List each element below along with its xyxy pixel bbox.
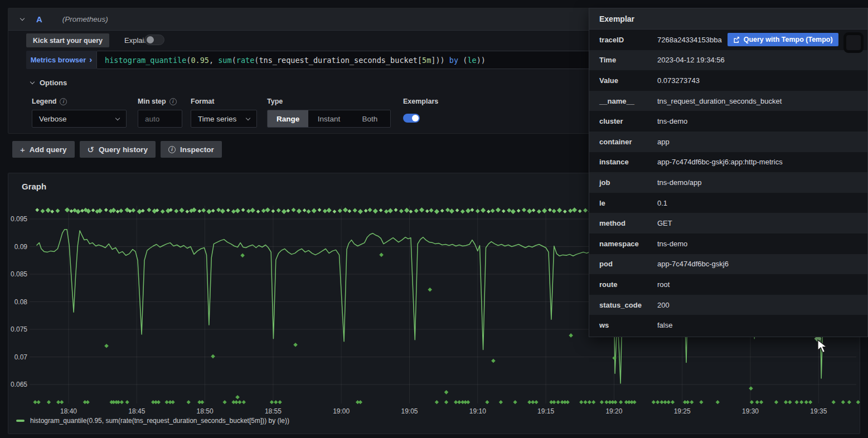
add-query-button[interactable]: + Add query — [12, 141, 75, 158]
exemplar-point[interactable] — [104, 344, 109, 348]
exemplar-point[interactable] — [216, 208, 221, 212]
exemplar-point[interactable] — [552, 209, 556, 213]
exemplar-point[interactable] — [197, 209, 201, 213]
exemplar-point[interactable] — [358, 400, 362, 404]
exemplar-point[interactable] — [434, 209, 439, 214]
exemplar-point[interactable] — [80, 209, 84, 213]
exemplar-point[interactable] — [699, 400, 703, 404]
exemplar-point[interactable] — [235, 395, 240, 400]
exemplar-point[interactable] — [240, 254, 245, 258]
exemplar-point[interactable] — [425, 209, 429, 213]
exemplar-point[interactable] — [485, 400, 489, 404]
exemplar-point[interactable] — [784, 400, 788, 404]
query-history-button[interactable]: ↺ Query history — [80, 141, 156, 158]
exemplar-point[interactable] — [671, 400, 675, 404]
exemplar-point[interactable] — [445, 208, 450, 212]
exemplar-point[interactable] — [537, 210, 541, 214]
kick-start-query-button[interactable]: Kick start your query — [26, 33, 109, 47]
exemplar-point[interactable] — [368, 208, 372, 212]
exemplar-point[interactable] — [278, 400, 282, 404]
exemplar-point[interactable] — [832, 400, 836, 404]
exemplar-point[interactable] — [583, 400, 587, 404]
exemplar-point[interactable] — [261, 208, 266, 213]
exemplar-point[interactable] — [795, 400, 799, 404]
exemplar-point[interactable] — [444, 390, 449, 395]
exemplar-point[interactable] — [47, 400, 51, 404]
exemplar-point[interactable] — [231, 210, 236, 214]
exemplar-point[interactable] — [774, 400, 778, 404]
exemplar-point[interactable] — [200, 400, 204, 404]
exemplar-point[interactable] — [460, 210, 465, 214]
exemplar-point[interactable] — [120, 400, 124, 404]
exemplar-point[interactable] — [491, 208, 495, 213]
exemplar-point[interactable] — [235, 208, 240, 213]
exemplar-point[interactable] — [297, 208, 302, 213]
exemplar-point[interactable] — [600, 400, 604, 404]
exemplar-point[interactable] — [185, 210, 189, 213]
exemplar-point[interactable] — [578, 209, 582, 213]
exemplar-point[interactable] — [60, 400, 64, 404]
exemplar-point[interactable] — [568, 208, 573, 213]
exemplar-point[interactable] — [388, 208, 393, 213]
query-with-tempo-button[interactable]: Query with Tempo (Tempo) — [728, 33, 838, 46]
exemplar-point[interactable] — [404, 208, 409, 213]
exemplar-point[interactable] — [569, 333, 573, 338]
exemplar-point[interactable] — [667, 400, 671, 404]
exemplar-point[interactable] — [444, 400, 448, 404]
exemplar-point[interactable] — [237, 400, 241, 404]
exemplar-point[interactable] — [841, 400, 845, 404]
legend-select[interactable]: Verbose — [32, 110, 127, 128]
exemplar-point[interactable] — [435, 400, 439, 404]
exemplar-point[interactable] — [373, 208, 378, 213]
exemplar-point[interactable] — [277, 208, 281, 212]
exemplar-point[interactable] — [137, 209, 142, 214]
exemplar-point[interactable] — [394, 208, 398, 212]
exemplar-point[interactable] — [312, 208, 317, 213]
exemplar-point[interactable] — [242, 400, 246, 404]
format-select[interactable]: Time series — [191, 110, 257, 128]
exemplar-point[interactable] — [552, 400, 556, 404]
exemplar-point[interactable] — [241, 208, 245, 212]
exemplar-point[interactable] — [563, 210, 567, 213]
exemplar-point[interactable] — [91, 208, 95, 212]
exemplar-point[interactable] — [303, 208, 307, 212]
exemplar-point[interactable] — [222, 400, 226, 404]
exemplar-point[interactable] — [652, 400, 656, 404]
exemplar-point[interactable] — [147, 208, 151, 212]
exemplar-point[interactable] — [749, 386, 753, 391]
exemplar-point[interactable] — [246, 209, 251, 213]
exemplar-point[interactable] — [65, 207, 70, 212]
exemplar-point[interactable] — [429, 208, 434, 212]
exemplar-point[interactable] — [364, 209, 368, 213]
exemplar-point[interactable] — [804, 400, 808, 404]
exemplar-point[interactable] — [69, 209, 73, 213]
exemplar-point[interactable] — [161, 210, 165, 214]
exemplar-point[interactable] — [306, 210, 311, 214]
exemplar-point[interactable] — [414, 208, 419, 213]
exemplar-point[interactable] — [690, 400, 694, 404]
exemplar-point[interactable] — [171, 400, 175, 404]
exemplar-point[interactable] — [591, 400, 595, 404]
exemplar-point[interactable] — [220, 208, 225, 213]
exemplar-point[interactable] — [527, 208, 532, 213]
exemplar-point[interactable] — [755, 400, 759, 404]
exemplar-point[interactable] — [502, 209, 506, 213]
exemplar-point[interactable] — [632, 400, 636, 404]
exemplar-point[interactable] — [716, 400, 720, 404]
exemplar-point[interactable] — [41, 209, 45, 213]
exemplar-point[interactable] — [211, 209, 215, 213]
exemplar-point[interactable] — [76, 209, 81, 214]
exemplar-point[interactable] — [286, 209, 290, 213]
exemplar-point[interactable] — [271, 209, 275, 213]
exemplar-point[interactable] — [476, 209, 480, 213]
type-option-both[interactable]: Both — [350, 110, 390, 127]
exemplar-point[interactable] — [511, 209, 516, 214]
exemplar-point[interactable] — [327, 208, 332, 213]
options-collapse[interactable]: Options — [31, 79, 67, 87]
exemplar-point[interactable] — [856, 400, 860, 404]
metrics-browser-button[interactable]: Metrics browser › — [26, 51, 96, 69]
exemplar-point[interactable] — [318, 208, 322, 212]
exemplar-point[interactable] — [507, 208, 511, 212]
exemplar-point[interactable] — [86, 400, 90, 404]
exemplar-point[interactable] — [379, 253, 384, 257]
